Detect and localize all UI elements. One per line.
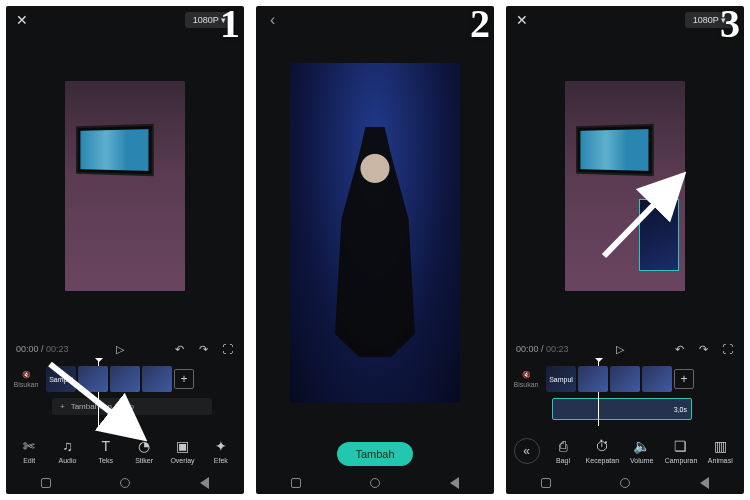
tool-speed[interactable]: ⏱Kecepatan <box>586 438 618 464</box>
video-clip[interactable] <box>78 366 108 392</box>
preview-area <box>506 34 744 338</box>
redo-icon[interactable]: ↷ <box>196 343 210 356</box>
nav-recents-icon[interactable] <box>541 478 551 488</box>
tool-blend[interactable]: ❏Campuran <box>665 438 697 464</box>
tool-sticker[interactable]: ◔Stiker <box>128 438 160 464</box>
animation-icon: ▥ <box>714 438 727 454</box>
nav-recents-icon[interactable] <box>41 478 51 488</box>
mute-label: Bisukan <box>14 381 39 388</box>
play-icon[interactable]: ▷ <box>113 343 127 356</box>
selected-media[interactable] <box>290 63 460 403</box>
scissors-icon: ✄ <box>23 438 35 454</box>
nav-home-icon[interactable] <box>370 478 380 488</box>
tv-in-video <box>76 124 154 177</box>
video-canvas[interactable] <box>65 81 185 291</box>
android-navbar <box>506 472 744 494</box>
plus-icon: + <box>60 402 65 411</box>
undo-icon[interactable]: ↶ <box>672 343 686 356</box>
preview-area <box>6 34 244 338</box>
bottom-toolbar: ✄Edit ♫Audio TTeks ◔Stiker ▣Overlay ✦Efe… <box>6 426 244 472</box>
add-button[interactable]: Tambah <box>337 442 412 466</box>
timeline[interactable]: 🔇 Bisukan + + Tambahkan audio <box>6 360 244 426</box>
nav-back-icon[interactable] <box>200 477 209 489</box>
nav-recents-icon[interactable] <box>291 478 301 488</box>
blend-icon: ❏ <box>674 438 687 454</box>
transport-bar: 00:00 / 00:23 ▷ ↶ ↷ ⛶ <box>506 338 744 360</box>
fullscreen-icon[interactable]: ⛶ <box>220 343 234 355</box>
top-bar: ✕ 1080P ▾ <box>6 6 244 34</box>
step-number: 3 <box>720 6 740 47</box>
step-2-screen: 2 ‹ Tambah <box>256 6 494 494</box>
nav-home-icon[interactable] <box>120 478 130 488</box>
close-icon[interactable]: ✕ <box>16 12 28 28</box>
performer-silhouette <box>335 127 415 357</box>
media-preview <box>256 34 494 432</box>
top-bar: ‹ <box>256 6 494 34</box>
undo-icon[interactable]: ↶ <box>172 343 186 356</box>
text-icon: T <box>102 438 111 454</box>
sticker-icon: ◔ <box>138 438 150 454</box>
timeline[interactable]: 🔇 Bisukan + 3,0s <box>506 360 744 426</box>
tool-edit[interactable]: ✄Edit <box>13 438 45 464</box>
back-icon[interactable]: ‹ <box>266 11 275 29</box>
volume-icon: 🔈 <box>633 438 650 454</box>
overlay-track-clip[interactable]: 3,0s <box>552 398 692 420</box>
video-clip[interactable] <box>642 366 672 392</box>
step-number: 2 <box>470 6 490 47</box>
add-audio-row[interactable]: + Tambahkan audio <box>52 398 212 415</box>
mute-icon[interactable]: 🔇 <box>22 371 31 379</box>
tool-split[interactable]: ⎙Bagi <box>547 438 579 464</box>
overlay-toolbar: « ⎙Bagi ⏱Kecepatan 🔈Volume ❏Campuran ▥An… <box>506 426 744 472</box>
bottom-action-bar: Tambah <box>256 432 494 472</box>
add-clip-button[interactable]: + <box>174 369 194 389</box>
tool-effects[interactable]: ✦Efek <box>205 438 237 464</box>
redo-icon[interactable]: ↷ <box>696 343 710 356</box>
play-icon[interactable]: ▷ <box>613 343 627 356</box>
add-clip-button[interactable]: + <box>674 369 694 389</box>
android-navbar <box>6 472 244 494</box>
mute-icon[interactable]: 🔇 <box>522 371 531 379</box>
video-track[interactable]: + <box>546 366 694 392</box>
tool-audio[interactable]: ♫Audio <box>51 438 83 464</box>
step-3-screen: 3 ✕ 1080P ▾ 00:00 / 00:23 ▷ ↶ ↷ ⛶ 🔇 Bisu… <box>506 6 744 494</box>
video-clip[interactable] <box>578 366 608 392</box>
tool-volume[interactable]: 🔈Volume <box>626 438 658 464</box>
nav-back-icon[interactable] <box>450 477 459 489</box>
video-clip[interactable] <box>110 366 140 392</box>
tool-animate[interactable]: ▥Animasi <box>704 438 736 464</box>
android-navbar <box>256 472 494 494</box>
overlay-duration: 3,0s <box>674 406 687 413</box>
video-clip[interactable] <box>610 366 640 392</box>
overlay-icon: ▣ <box>176 438 189 454</box>
cover-clip[interactable] <box>546 366 576 392</box>
fullscreen-icon[interactable]: ⛶ <box>720 343 734 355</box>
sparkle-icon: ✦ <box>215 438 227 454</box>
playhead-time: 00:00 / 00:23 <box>516 344 569 354</box>
step-1-screen: 1 ✕ 1080P ▾ 00:00 / 00:23 ▷ ↶ ↷ ⛶ 🔇 Bisu… <box>6 6 244 494</box>
close-icon[interactable]: ✕ <box>516 12 528 28</box>
transport-bar: 00:00 / 00:23 ▷ ↶ ↷ ⛶ <box>6 338 244 360</box>
collapse-toolbar-button[interactable]: « <box>514 438 540 464</box>
cover-clip[interactable] <box>46 366 76 392</box>
add-audio-label: Tambahkan audio <box>71 402 134 411</box>
tool-overlay[interactable]: ▣Overlay <box>166 438 198 464</box>
nav-home-icon[interactable] <box>620 478 630 488</box>
tool-text[interactable]: TTeks <box>90 438 122 464</box>
split-icon: ⎙ <box>559 438 567 454</box>
playhead-time: 00:00 / 00:23 <box>16 344 69 354</box>
nav-back-icon[interactable] <box>700 477 709 489</box>
top-bar: ✕ 1080P ▾ <box>506 6 744 34</box>
music-icon: ♫ <box>62 438 73 454</box>
overlay-layer[interactable] <box>639 199 679 271</box>
step-number: 1 <box>220 6 240 47</box>
video-clip[interactable] <box>142 366 172 392</box>
tv-in-video <box>576 124 654 177</box>
speed-icon: ⏱ <box>595 438 609 454</box>
video-track[interactable]: + <box>46 366 194 392</box>
mute-label: Bisukan <box>514 381 539 388</box>
video-canvas[interactable] <box>565 81 685 291</box>
